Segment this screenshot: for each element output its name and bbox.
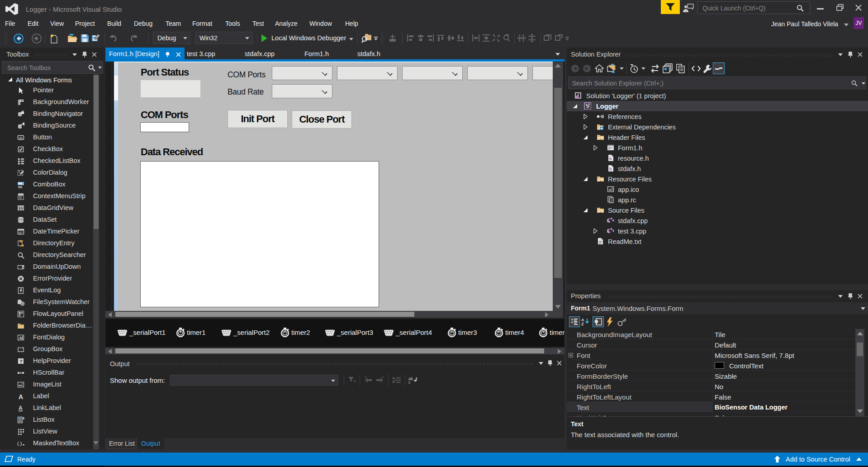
svg-text:XY: XY — [20, 347, 24, 349]
svg-text:h: h — [609, 167, 612, 172]
svg-text:(.): (.) — [17, 441, 22, 446]
svg-text:c: c — [408, 380, 411, 384]
svg-text:?: ? — [19, 359, 23, 364]
svg-text:A: A — [19, 393, 23, 400]
svg-text:A: A — [19, 336, 22, 340]
svg-text:A: A — [19, 405, 23, 411]
svg-text:h: h — [609, 157, 612, 161]
svg-text:Z: Z — [581, 322, 584, 326]
svg-text:ab: ab — [19, 136, 23, 139]
